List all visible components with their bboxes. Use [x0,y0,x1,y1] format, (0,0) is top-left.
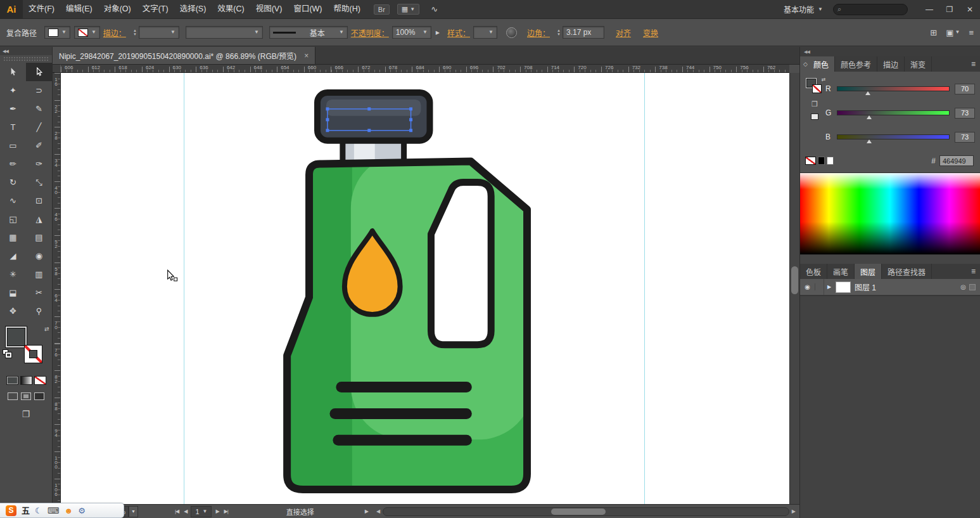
horizontal-scrollbar-track[interactable] [383,507,789,516]
default-fill-stroke-icon[interactable] [3,349,13,358]
brush-definition-dropdown[interactable]: 基本 ▼ [269,26,348,39]
wubi-mode[interactable]: 五 [22,507,30,515]
blend-tool[interactable]: ◉ [26,247,52,265]
none-mode-button[interactable] [34,376,46,385]
color-panel-menu-icon[interactable]: ≡ [967,56,980,72]
hex-value-field[interactable]: 464949 [939,155,974,166]
app-logo[interactable]: Ai [0,0,23,19]
align-panel-link[interactable]: 对齐 [616,27,631,38]
selection-tool[interactable] [0,63,26,81]
slider-thumb-R[interactable] [865,91,870,95]
tab-路径查找器[interactable]: 路径查找器 [882,264,932,279]
zoom-tool[interactable]: ⚲ [26,302,52,320]
layer-row[interactable]: ◉▶图层 1◎ [800,279,980,295]
transform-panel-link[interactable]: 变换 [643,27,658,38]
fullscreen-menu-mode-button[interactable] [21,392,31,400]
last-artboard-button[interactable]: ▶| [223,508,229,514]
horizontal-scrollbar-thumb[interactable] [551,508,606,515]
rotate-tool[interactable]: ↻ [0,173,26,191]
workspace-switcher[interactable]: 基本功能 ▼ [784,4,823,15]
share-icon[interactable]: ∿ [427,4,442,15]
color-spectrum[interactable] [800,172,980,255]
white-swatch[interactable] [827,157,834,165]
slider-track-B[interactable] [837,134,950,139]
zoom-dropdown-icon[interactable]: ▼ [129,506,138,517]
menu-item-7[interactable]: 视图(V) [250,0,288,18]
swap-fill-stroke-icon[interactable]: ⇄ [44,326,49,332]
ruler-vertical[interactable]: 1622283440465258647076828894100106112 [53,73,61,504]
column-graph-tool[interactable]: ▥ [26,265,52,283]
artboard-tool[interactable]: ⬓ [0,283,26,302]
curvature-tool[interactable]: ✎ [26,100,52,118]
bridge-button[interactable]: Br [374,4,390,15]
stroke-color-dropdown[interactable]: ▼ [74,26,100,39]
corner-panel-link[interactable]: 边角： [527,27,550,38]
style-dropdown[interactable]: ▼ [473,26,497,39]
search-field[interactable] [844,6,903,13]
opacity-panel-link[interactable]: 不透明度： [351,27,389,38]
fullscreen-mode-button[interactable] [34,392,44,400]
lasso-tool[interactable]: ⊃ [26,81,52,100]
width-tool[interactable]: ∿ [0,191,26,210]
lock-toggle[interactable] [815,279,824,295]
menu-item-8[interactable]: 窗口(W) [288,0,328,18]
toolbox-icon[interactable]: ⚙ [78,507,86,515]
pen-tool[interactable]: ✒ [0,100,26,118]
target-circle-icon[interactable]: ◎ [960,283,966,290]
opacity-dropdown[interactable]: 100% ▼ [392,26,431,39]
eyedropper-tool[interactable]: ◢ [0,247,26,265]
panel-toggle-icon[interactable]: ◇ [800,56,808,72]
free-transform-tool[interactable]: ⊡ [26,191,52,210]
account-icon[interactable]: ☻ [64,507,73,515]
sogou-logo[interactable]: S [6,505,16,516]
gradient-tool[interactable]: ▤ [26,228,52,247]
corner-radius-field[interactable]: 3.17 px [563,26,604,39]
magic-wand-tool[interactable]: ✦ [0,81,26,100]
slider-track-R[interactable] [837,86,950,91]
close-button[interactable]: ✕ [960,0,980,19]
panel-grip[interactable] [3,56,49,62]
menu-item-9[interactable]: 帮助(H) [328,0,366,18]
scroll-left-icon[interactable]: ◀ [374,508,383,514]
stroke-color-swatch[interactable] [24,345,42,363]
status-expand-icon[interactable]: ▶ [365,508,369,514]
visibility-eye-icon[interactable]: ◉ [800,283,815,290]
tab-渐变[interactable]: 渐变 [905,56,932,72]
stroke-weight-dropdown[interactable]: ▼ [139,26,179,39]
symbol-sprayer-tool[interactable]: ✳ [0,265,26,283]
next-artboard-button[interactable]: ▶ [214,508,220,514]
web-color-swatch[interactable] [811,113,818,120]
direct-selection-tool[interactable] [26,63,52,81]
proxy-stroke-swatch[interactable] [812,84,822,93]
slice-tool[interactable]: ✂ [26,283,52,302]
ruler-horizontal[interactable]: 6066126186246306366426486546606666726786… [61,65,789,73]
color-mode-button[interactable] [6,376,18,385]
rectangle-tool[interactable]: ▭ [0,136,26,155]
web-color-warning-icon[interactable]: ❒ [811,100,818,108]
artwork-svg[interactable] [61,73,789,504]
layers-panel-menu-icon[interactable]: ≡ [967,264,980,279]
normal-screen-mode-button[interactable] [8,392,18,400]
perspective-grid-tool[interactable]: ◮ [26,210,52,228]
vertical-scrollbar[interactable] [789,73,799,504]
change-screen-mode-icon[interactable]: ❐ [22,409,30,419]
selection-indicator[interactable] [969,284,976,290]
opacity-options-icon[interactable]: ▶ [436,30,440,36]
scale-tool[interactable]: ⤡ [26,173,52,191]
swap-fill-stroke-icon[interactable]: ⇄ [822,77,826,82]
tab-图层[interactable]: 图层 [855,264,882,279]
arrange-documents-icon[interactable]: ▦ ▼ [397,4,419,15]
stepper-down-icon[interactable]: ▼ [133,32,137,36]
corner-stepper[interactable]: ▲ ▼ [557,29,561,36]
control-panel-menu-icon[interactable]: ≡ [969,28,974,37]
scroll-right-icon[interactable]: ▶ [789,508,798,514]
ime-bar[interactable]: S五☾⌨☻⚙ [0,503,124,518]
fill-color-dropdown[interactable]: ▼ [44,26,70,39]
line-segment-tool[interactable]: ╱ [26,118,52,136]
width-profile-dropdown[interactable]: ▼ [186,26,263,39]
recolor-artwork-icon[interactable] [506,27,517,38]
menu-item-1[interactable]: 文件(F) [23,0,60,18]
slider-thumb-G[interactable] [867,115,872,119]
expand-layer-icon[interactable]: ▶ [824,284,834,290]
fill-color-swatch[interactable] [7,328,25,346]
